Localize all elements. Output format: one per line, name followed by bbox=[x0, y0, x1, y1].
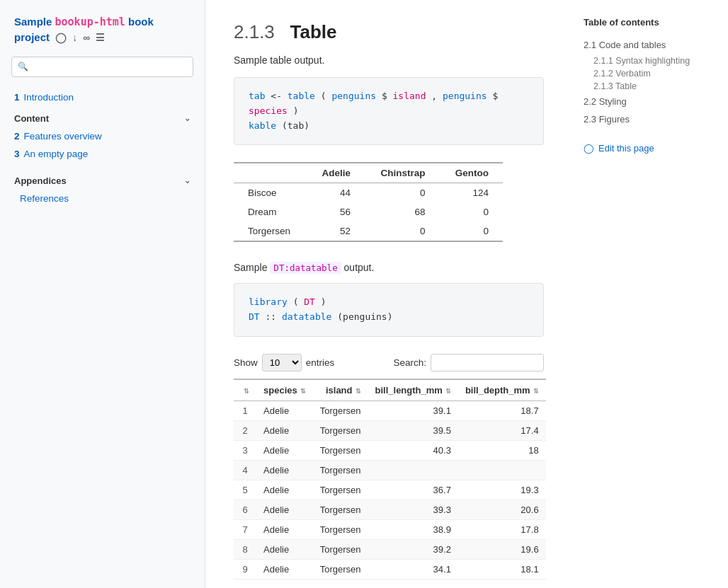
dt-table-body: 1AdelieTorgersen39.118.72AdelieTorgersen… bbox=[234, 400, 546, 579]
table-row: 7AdelieTorgersen38.917.8 bbox=[234, 519, 546, 539]
toc-sidebar: Table of contents 2.1 Code and tables2.1… bbox=[572, 0, 728, 588]
table-cell: Torgersen bbox=[234, 221, 307, 241]
table-cell: Adelie bbox=[256, 460, 313, 480]
toc-item[interactable]: 2.1.2 Verbatim bbox=[584, 67, 717, 80]
table-cell: Dream bbox=[234, 202, 307, 221]
references-label: References bbox=[20, 193, 69, 204]
dt-col-island[interactable]: island⇅ bbox=[313, 379, 368, 401]
github-edit-icon: ◯ bbox=[584, 143, 594, 154]
sidebar-title-code: bookup-html bbox=[55, 16, 125, 28]
table-cell: Adelie bbox=[256, 539, 313, 559]
table-cell: 124 bbox=[440, 183, 503, 203]
edit-label: Edit this page bbox=[598, 143, 654, 154]
toc-item[interactable]: 2.3 Figures bbox=[584, 110, 717, 129]
search-input[interactable] bbox=[11, 57, 193, 77]
table-cell: Torgersen bbox=[313, 400, 368, 420]
download-icon[interactable]: ↓ bbox=[72, 31, 77, 45]
table-row: 4AdelieTorgersen bbox=[234, 460, 546, 480]
subtitle-text: Sample table output. bbox=[234, 54, 544, 66]
table-cell: Adelie bbox=[256, 559, 313, 579]
dt-header-row: ⇅ species⇅ island⇅ bill_length_mm⇅ bill_… bbox=[234, 379, 546, 401]
table-cell: 36.7 bbox=[368, 480, 458, 500]
sidebar-item-references[interactable]: References bbox=[0, 190, 205, 207]
table-cell: 18.1 bbox=[458, 559, 546, 579]
dt-col-index[interactable]: ⇅ bbox=[234, 379, 256, 401]
toc-item[interactable]: 2.1.3 Table bbox=[584, 80, 717, 93]
table-cell: 2 bbox=[234, 420, 256, 440]
table-cell: 34.1 bbox=[368, 559, 458, 579]
table-cell: Torgersen bbox=[313, 500, 368, 519]
table-cell: 6 bbox=[234, 500, 256, 519]
toc-item[interactable]: 2.1 Code and tables bbox=[584, 36, 717, 54]
dt-entries-select[interactable]: 10 25 50 100 bbox=[262, 354, 302, 371]
table-cell: 9 bbox=[234, 559, 256, 579]
sidebar-item-empty-page[interactable]: 3 An empty page bbox=[0, 145, 205, 163]
nav-section-top: 1 Introduction Content ⌄ 2 Features over… bbox=[0, 88, 205, 168]
table-cell: Adelie bbox=[256, 519, 313, 539]
table-cell: 19.6 bbox=[458, 539, 546, 559]
table-row: Torgersen5200 bbox=[234, 221, 503, 241]
toc-items: 2.1 Code and tables2.1.1 Syntax highligh… bbox=[584, 36, 717, 129]
sidebar-section-content: Content ⌄ bbox=[0, 106, 205, 127]
table-cell: 17.8 bbox=[458, 519, 546, 539]
table-cell: 39.3 bbox=[368, 500, 458, 519]
table-cell: 56 bbox=[307, 202, 365, 221]
table-cell: Torgersen bbox=[313, 539, 368, 559]
table-cell: 17.4 bbox=[458, 420, 546, 440]
sort-icon-bill-depth: ⇅ bbox=[533, 388, 539, 395]
sidebar-title-part1: Sample bbox=[14, 16, 55, 28]
table-cell: 0 bbox=[365, 221, 440, 241]
nav-num-empty: 3 bbox=[14, 149, 20, 159]
menu-icon[interactable]: ☰ bbox=[96, 31, 105, 45]
sort-icon-island: ⇅ bbox=[356, 388, 361, 395]
link-icon[interactable]: ∞ bbox=[83, 31, 90, 45]
kable-col-header-chinstrap: Chinstrap bbox=[365, 163, 440, 183]
section-number: 2.1.3 bbox=[234, 21, 275, 42]
dt-output-label: Sample DT:datatable output. bbox=[234, 262, 544, 273]
table-cell bbox=[368, 460, 458, 480]
edit-this-page-link[interactable]: ◯ Edit this page bbox=[584, 143, 717, 154]
code-dt-line2: DT :: datatable (penguins) bbox=[249, 310, 529, 325]
table-cell: Torgersen bbox=[313, 559, 368, 579]
dt-col-species[interactable]: species⇅ bbox=[256, 379, 313, 401]
sidebar-item-features[interactable]: 2 Features overview bbox=[0, 127, 205, 145]
kable-col-header-gentoo: Gentoo bbox=[440, 163, 503, 183]
table-cell: 39.2 bbox=[368, 539, 458, 559]
kable-col-header-adelie: Adelie bbox=[307, 163, 365, 183]
search-box: 🔍 bbox=[11, 57, 193, 77]
appendices-chevron-icon[interactable]: ⌄ bbox=[184, 176, 190, 185]
dt-entries-label: entries bbox=[306, 357, 335, 368]
table-cell: Biscoe bbox=[234, 183, 307, 203]
table-cell: 68 bbox=[365, 202, 440, 221]
sidebar: Sample bookup-html book project ◯ ↓ ∞ ☰ … bbox=[0, 0, 205, 588]
toc-item[interactable]: 2.1.1 Syntax highlighting bbox=[584, 54, 717, 67]
sidebar-item-label-introduction: Introduction bbox=[24, 92, 190, 103]
sidebar-content-label: Content bbox=[14, 113, 184, 124]
table-cell: 0 bbox=[440, 221, 503, 241]
github-icon[interactable]: ◯ bbox=[55, 31, 67, 45]
table-cell: 20.6 bbox=[458, 500, 546, 519]
sidebar-book-title: Sample bookup-html book project ◯ ↓ ∞ ☰ bbox=[0, 14, 205, 57]
sidebar-item-introduction[interactable]: 1 Introduction bbox=[0, 88, 205, 106]
main-content: 2.1.3 Table Sample table output. tab <- … bbox=[205, 0, 572, 588]
content-chevron-icon[interactable]: ⌄ bbox=[184, 114, 190, 123]
dt-search-input[interactable] bbox=[431, 354, 544, 371]
table-cell: 39.5 bbox=[368, 420, 458, 440]
table-cell: 44 bbox=[307, 183, 365, 203]
dt-inline-code: DT:datatable bbox=[270, 262, 341, 274]
sidebar-icon-group: ◯ ↓ ∞ ☰ bbox=[55, 31, 105, 45]
table-row: 9AdelieTorgersen34.118.1 bbox=[234, 559, 546, 579]
table-row: 3AdelieTorgersen40.318 bbox=[234, 440, 546, 460]
toc-item[interactable]: 2.2 Styling bbox=[584, 93, 717, 111]
dt-col-bill-length[interactable]: bill_length_mm⇅ bbox=[368, 379, 458, 401]
dt-datatable: ⇅ species⇅ island⇅ bill_length_mm⇅ bill_… bbox=[234, 379, 546, 580]
table-cell: Adelie bbox=[256, 440, 313, 460]
table-cell: 5 bbox=[234, 480, 256, 500]
table-cell: Adelie bbox=[256, 420, 313, 440]
dt-col-bill-depth[interactable]: bill_depth_mm⇅ bbox=[458, 379, 546, 401]
table-cell: 8 bbox=[234, 539, 256, 559]
page-title: 2.1.3 Table bbox=[234, 21, 544, 43]
dt-show-controls: Show 10 25 50 100 entries bbox=[234, 354, 334, 371]
sidebar-item-label-empty: An empty page bbox=[24, 149, 190, 159]
table-cell: Torgersen bbox=[313, 480, 368, 500]
